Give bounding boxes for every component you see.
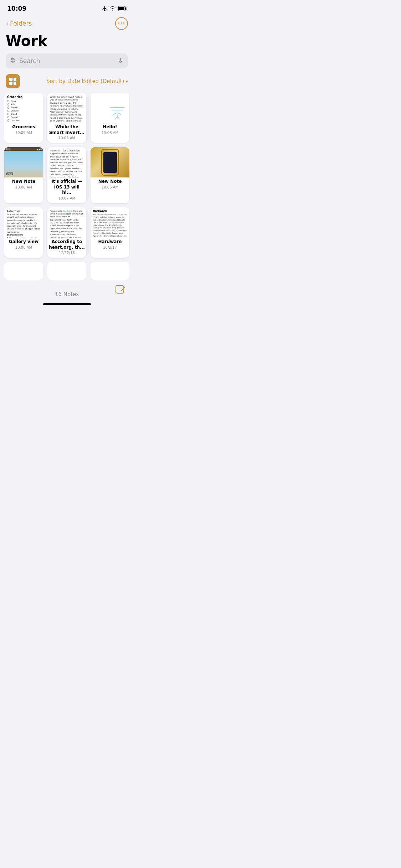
status-bar: 10:09 [0,0,134,14]
note-date: 10:07 AM [49,196,85,200]
note-title: Groceries [6,124,42,130]
article-thumbnail: It's official — iOS 13 will hit all supp… [47,147,86,177]
note-card-hello[interactable]: Hello! 10:08 AM [91,93,129,143]
note-card-gallery[interactable]: Gallery viewNow you can see your notes a… [4,207,43,258]
partial-row [0,258,134,280]
note-date: 10:08 AM [49,136,85,140]
golden-thumbnail [91,147,129,177]
hello-thumbnail [91,93,129,123]
note-date: 12/12/18 [49,251,85,255]
note-card-hardware[interactable]: Hardware The iPhone 8 Plus still has tha… [91,207,129,258]
sort-row: Sort by Date Edited (Default) ▾ [0,74,134,93]
chevron-down-icon: ▾ [125,79,128,84]
heart-thumbnail: According to heart.org, there are three … [47,207,86,238]
text-thumbnail: While the Smart Invert feature was an ex… [47,93,86,123]
home-indicator [43,303,91,305]
search-icon [10,57,16,65]
back-button[interactable]: ‹ Folders [6,19,32,28]
note-date: 10/2/17 [92,246,128,249]
note-title: Gallery view [6,239,42,245]
note-title: Hardware [92,239,128,245]
header: ‹ Folders ··· [0,14,134,31]
airplane-icon [102,6,108,11]
note-date: 10:08 AM [92,131,128,135]
note-date: 10:06 AM [6,246,42,249]
note-card-new-note-1[interactable]: 3:30 ▶ ◀ ||| 2016 New Note 10:08 AM [4,147,43,203]
svg-line-10 [124,288,124,288]
note-card-new-note-2[interactable]: New Note 10:06 AM [91,147,129,203]
grid-view-button[interactable] [6,74,20,88]
mic-icon [117,57,124,65]
bottom-bar: 16 Notes [0,285,134,300]
note-card-groceries[interactable]: Groceries Eggs Milk Turkey Cheese Bread … [4,93,43,143]
search-bar[interactable]: Search [6,53,128,68]
notes-grid: Groceries Eggs Milk Turkey Cheese Bread … [0,93,134,258]
hardware-thumbnail: Hardware The iPhone 8 Plus still has tha… [91,207,129,238]
note-card-ios13[interactable]: It's official — iOS 13 will hit all supp… [47,147,86,203]
note-title: Hello! [92,124,128,130]
doodle-icon [107,106,128,120]
photo-thumbnail: 3:30 ▶ ◀ ||| 2016 [4,147,43,177]
note-card-smart-invert[interactable]: While the Smart Invert feature was an ex… [47,93,86,143]
back-chevron-icon: ‹ [6,19,9,28]
wifi-icon [110,6,115,11]
note-title: It's official —iOS 13 will hi... [49,179,85,196]
new-note-button[interactable] [112,282,128,298]
more-button[interactable]: ··· [115,17,128,30]
page-title: Work [0,31,134,53]
note-title: According toheart.org, th... [49,239,85,250]
note-card-heart[interactable]: According to heart.org, there are three … [47,207,86,258]
battery-icon [118,6,127,11]
note-title: New Note [6,179,42,185]
search-placeholder: Search [19,57,114,64]
grid-icon [9,78,16,85]
note-title: While theSmart Invert... [49,124,85,135]
back-label: Folders [10,20,32,27]
partial-card-3[interactable] [91,262,129,280]
partial-card-2[interactable] [47,262,86,280]
note-date: 10:06 AM [92,185,128,189]
sort-label-text: Sort by Date Edited (Default) [46,78,124,84]
status-time: 10:09 [7,5,26,12]
gallery-thumbnail: Gallery viewNow you can see your notes a… [4,207,43,238]
status-icons [102,6,127,11]
notes-count: 16 Notes [55,291,79,298]
note-title: New Note [92,179,128,185]
grocery-thumbnail: Groceries Eggs Milk Turkey Cheese Bread … [4,93,43,123]
more-icon: ··· [118,20,125,26]
sort-button[interactable]: Sort by Date Edited (Default) ▾ [46,78,128,84]
svg-rect-1 [125,7,127,10]
compose-icon [114,284,126,295]
svg-rect-2 [118,7,124,10]
note-date: 10:08 AM [6,185,42,189]
svg-line-11 [122,289,123,290]
note-date: 10:09 AM [6,131,42,135]
partial-card-1[interactable] [4,262,43,280]
